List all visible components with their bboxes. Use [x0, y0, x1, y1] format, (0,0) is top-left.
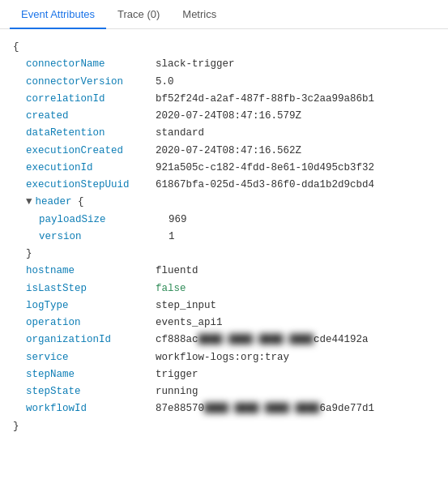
value-workflowId-suffix: 6a9de77d1: [320, 400, 375, 417]
value-hostname: fluentd: [156, 263, 198, 280]
field-workflowId: workflowId 87e88570████ ████ ████ ████6a…: [13, 400, 435, 417]
value-correlationId: bf52f24d-a2af-487f-88fb-3c2aa99a86b1: [156, 91, 374, 108]
field-executionStepUuid: executionStepUuid 61867bfa-025d-45d3-86f…: [13, 177, 435, 194]
close-brace: }: [13, 418, 435, 435]
field-executionCreated: executionCreated 2020-07-24T08:47:16.562…: [13, 143, 435, 160]
value-workflowId-blurred: ████ ████ ████ ████: [204, 400, 320, 417]
key-correlationId: correlationId: [26, 91, 156, 108]
json-block: { connectorName slack-trigger connectorV…: [13, 39, 435, 435]
tabs-container: Event Attributes Trace (0) Metrics: [0, 0, 448, 29]
field-operation: operation events_api1: [13, 314, 435, 332]
value-created: 2020-07-24T08:47:16.579Z: [156, 108, 301, 125]
key-service: service: [26, 349, 156, 366]
key-dataRetention: dataRetention: [26, 125, 156, 142]
key-executionCreated: executionCreated: [26, 143, 156, 160]
field-executionId: executionId 921a505c-c182-4fdd-8e61-10d4…: [13, 160, 435, 177]
tab-trace[interactable]: Trace (0): [106, 0, 171, 28]
key-hostname: hostname: [26, 263, 156, 280]
value-service: workflow-logs:org:tray: [156, 349, 289, 366]
field-connectorVersion: connectorVersion 5.0: [13, 74, 435, 91]
value-organizationId-suffix: cde44192a: [314, 332, 369, 349]
value-connectorName: slack-trigger: [156, 56, 235, 73]
field-hostname: hostname fluentd: [13, 263, 435, 280]
value-isLastStep: false: [156, 280, 186, 297]
key-stepName: stepName: [26, 366, 156, 383]
value-stepName: trigger: [156, 366, 198, 383]
value-stepState: running: [156, 383, 198, 400]
key-executionStepUuid: executionStepUuid: [26, 177, 156, 194]
key-payloadSize: payloadSize: [39, 212, 169, 229]
value-dataRetention: standard: [156, 125, 204, 142]
key-version: version: [39, 229, 169, 246]
header-section: ▼ header {: [13, 194, 435, 211]
open-brace: {: [13, 39, 435, 56]
field-connectorName: connectorName slack-trigger: [13, 56, 435, 73]
header-close-brace: }: [13, 246, 435, 263]
field-organizationId: organizationId cf888ac████ ████ ████ ███…: [13, 332, 435, 349]
key-executionId: executionId: [26, 160, 156, 177]
tab-metrics[interactable]: Metrics: [171, 0, 228, 28]
field-stepName: stepName trigger: [13, 366, 435, 383]
value-executionCreated: 2020-07-24T08:47:16.562Z: [156, 143, 301, 160]
key-connectorName: connectorName: [26, 56, 156, 73]
field-payloadSize: payloadSize 969: [13, 212, 435, 229]
value-executionStepUuid: 61867bfa-025d-45d3-86f0-dda1b2d9cbd4: [156, 177, 374, 194]
key-isLastStep: isLastStep: [26, 280, 156, 297]
value-workflowId-prefix: 87e88570: [156, 400, 204, 417]
value-organizationId-prefix: cf888ac: [156, 332, 198, 349]
value-version: 1: [169, 229, 175, 246]
value-logType: step_input: [156, 297, 216, 314]
field-correlationId: correlationId bf52f24d-a2af-487f-88fb-3c…: [13, 91, 435, 108]
key-connectorVersion: connectorVersion: [26, 74, 156, 91]
field-created: created 2020-07-24T08:47:16.579Z: [13, 108, 435, 125]
header-key: header: [36, 194, 72, 211]
collapse-icon[interactable]: ▼: [26, 194, 32, 211]
key-logType: logType: [26, 297, 156, 314]
field-isLastStep: isLastStep false: [13, 280, 435, 297]
value-payloadSize: 969: [169, 212, 187, 229]
field-service: service workflow-logs:org:tray: [13, 349, 435, 366]
field-version: version 1: [13, 229, 435, 246]
content-area: { connectorName slack-trigger connectorV…: [0, 29, 448, 445]
key-created: created: [26, 108, 156, 125]
key-stepState: stepState: [26, 383, 156, 400]
field-stepState: stepState running: [13, 383, 435, 400]
value-connectorVersion: 5.0: [156, 74, 174, 91]
value-executionId: 921a505c-c182-4fdd-8e61-10d495cb3f32: [156, 160, 374, 177]
value-operation: events_api1: [156, 314, 223, 332]
key-workflowId: workflowId: [26, 400, 156, 417]
field-logType: logType step_input: [13, 297, 435, 314]
tab-event-attributes[interactable]: Event Attributes: [10, 0, 106, 28]
header-open-brace: {: [72, 194, 84, 211]
value-organizationId-blurred: ████ ████ ████ ████: [198, 332, 314, 349]
key-organizationId: organizationId: [26, 332, 156, 349]
field-dataRetention: dataRetention standard: [13, 125, 435, 142]
key-operation: operation: [26, 314, 156, 332]
